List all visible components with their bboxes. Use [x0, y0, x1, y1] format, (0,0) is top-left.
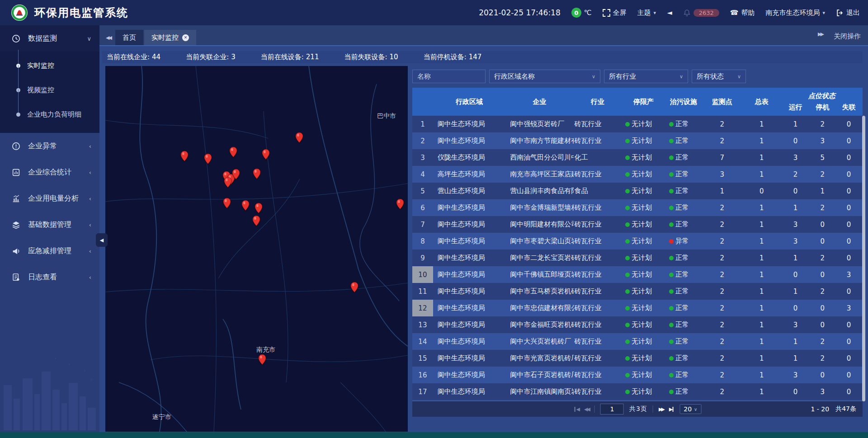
table-row[interactable]: 8阆中生态环境局阆中市枣碧大梁山页岩砖瓦行业无计划异常21300	[412, 233, 863, 250]
status-dot-icon	[625, 373, 630, 377]
map-pin-icon[interactable]	[229, 146, 237, 158]
status-dot-icon	[669, 155, 674, 160]
map-pin-icon[interactable]	[258, 354, 266, 365]
tab-realtime-monitor[interactable]: 实时监控 ✕	[144, 30, 196, 45]
map-pin-icon[interactable]	[241, 200, 250, 211]
table-row[interactable]: 1阆中生态环境局阆中强锐页岩砖厂砖瓦行业无计划正常21120	[412, 116, 863, 132]
region-filter-select[interactable]: 行政区域名称 ∨	[489, 70, 600, 83]
table-row[interactable]: 6阆中生态环境局阆中市金博瑞新型墙材砖瓦行业无计划正常21120	[412, 199, 863, 216]
help-button[interactable]: ☎ 帮助	[730, 9, 755, 17]
cell-company: 阆中千佛镇五郎垭页岩	[505, 266, 573, 283]
sidebar-item-data-monitor[interactable]: 数据监测∨	[0, 25, 99, 52]
name-filter-input[interactable]	[412, 70, 486, 83]
map-pin-icon[interactable]	[262, 149, 270, 160]
map-pin-icon[interactable]	[350, 282, 359, 293]
theme-dropdown[interactable]: 主题 ▾	[637, 9, 656, 17]
row-index: 13	[412, 316, 433, 333]
table-row[interactable]: 15阆中生态环境局阆中市光富页岩机砖厂砖瓦行业无计划正常21120	[412, 350, 863, 367]
row-index: 8	[412, 233, 433, 250]
topbar: 环保用电监管系统 2021-02-25 17:46:18 0 ℃ 全屏 主题 ▾…	[0, 0, 868, 25]
cell-industry: 砖瓦行业	[574, 333, 622, 350]
tabs-scroll-left-button[interactable]: ◀◀	[104, 35, 115, 45]
map-pin-icon[interactable]	[204, 153, 212, 165]
status-dot-icon	[625, 339, 630, 344]
status-dot-icon	[625, 139, 630, 143]
table-row[interactable]: 16阆中生态环境局阆中市石子页岩机砖厂砖瓦行业无计划正常21300	[412, 367, 863, 383]
bottom-strip	[0, 432, 868, 438]
map-pin-icon[interactable]	[295, 132, 303, 143]
row-index: 3	[412, 149, 433, 166]
table-scrollbar[interactable]	[862, 116, 865, 401]
cell-stop-plan: 无计划	[622, 183, 665, 199]
cell-district: 阆中生态环境局	[433, 233, 505, 250]
map-pin-icon[interactable]	[224, 177, 232, 188]
sidebar-item-enterprise-statistics[interactable]: 企业综合统计‹	[0, 159, 99, 185]
next-page-button[interactable]: ▶▶	[659, 406, 664, 412]
table-row[interactable]: 3仪陇生态环境局西南油气田分公司川中化工无计划正常71350	[412, 149, 863, 166]
sidebar-item-enterprise-abnormal[interactable]: 企业异常‹	[0, 133, 99, 159]
cell-facility: 正常	[665, 383, 702, 400]
map-pin-icon[interactable]	[223, 198, 231, 209]
sidebar-item-log-view[interactable]: 日志查看‹	[0, 264, 99, 290]
notifications-button[interactable]: 2632	[683, 9, 719, 17]
table-row[interactable]: 5营山生态环境局营山县润丰肉食品有限食品无计划正常10010	[412, 183, 863, 199]
close-operations-button[interactable]: 关闭操作	[834, 32, 861, 41]
org-dropdown[interactable]: 南充市生态环境局 ▾	[765, 9, 825, 17]
cell-monitor-points: 2	[702, 132, 742, 149]
volume-button[interactable]: ◄	[667, 9, 672, 17]
page-input[interactable]: 1	[600, 404, 624, 414]
table-row[interactable]: 17阆中生态环境局阆中市江南镇阆南页岩砖瓦行业无计划正常21030	[412, 383, 863, 400]
caret-down-icon: ▾	[822, 10, 825, 16]
stats-icon	[12, 168, 22, 177]
cell-total-meter: 1	[742, 266, 781, 283]
table-row[interactable]: 10阆中生态环境局阆中千佛镇五郎垭页岩砖瓦行业无计划正常21003	[412, 266, 863, 283]
status-dot-icon	[625, 256, 630, 260]
tab-home[interactable]: 首页	[115, 30, 143, 45]
fullscreen-button[interactable]: 全屏	[603, 9, 627, 17]
cell-stopped: 0	[810, 300, 835, 316]
map-pin-icon[interactable]	[180, 151, 189, 162]
tab-home-label: 首页	[123, 33, 136, 42]
cell-run: 3	[781, 233, 810, 250]
table-row[interactable]: 9阆中生态环境局阆中市二龙长宝页岩砖砖瓦行业无计划正常21120	[412, 250, 863, 266]
map-pin-icon[interactable]	[396, 198, 404, 210]
close-tab-icon[interactable]: ✕	[182, 34, 189, 41]
cell-lost: 0	[835, 233, 863, 250]
table-row[interactable]: 7阆中生态环境局阆中明阳建材有限公司砖瓦行业无计划正常21300	[412, 216, 863, 233]
table-row[interactable]: 4高坪生态环境局南充市高坪区王家店建砖瓦行业无计划正常31220	[412, 166, 863, 183]
table-row[interactable]: 13阆中生态环境局阆中市金福旺页岩机砖砖瓦行业无计划正常21300	[412, 316, 863, 333]
page-size-select[interactable]: 20 ∨	[679, 404, 701, 414]
cell-monitor-points: 2	[702, 367, 742, 383]
sidebar-item-video-monitor[interactable]: 视频监控	[0, 78, 99, 102]
first-page-button[interactable]: ◀	[574, 406, 579, 412]
last-page-button[interactable]: ▶	[669, 406, 674, 412]
logout-button[interactable]: 退出	[836, 9, 860, 17]
sidebar-item-power-load-detail[interactable]: 企业电力负荷明细	[0, 102, 99, 127]
chevron-collapsed-icon: ‹	[89, 143, 91, 150]
table-row[interactable]: 2阆中生态环境局阆中市南方节能建材有砖瓦行业无计划正常21030	[412, 132, 863, 149]
status-filter-select[interactable]: 所有状态 ∨	[692, 70, 746, 83]
table-row[interactable]: 14阆中生态环境局阆中大兴页岩机砖厂砖瓦行业无计划正常21120	[412, 333, 863, 350]
chevron-down-icon: ∨	[694, 407, 697, 412]
chevron-collapsed-icon: ‹	[89, 169, 91, 176]
sidebar-item-realtime-monitor[interactable]: 实时监控	[0, 53, 99, 78]
tabs-scroll-right-button[interactable]: ▶▶	[816, 31, 827, 42]
industry-filter-select[interactable]: 所有行业 ∨	[604, 70, 688, 83]
chevron-left-icon: ◀	[100, 237, 104, 243]
chevron-down-icon: ∨	[679, 74, 683, 80]
cell-lost: 0	[835, 333, 863, 350]
map-pin-icon[interactable]	[255, 203, 263, 214]
status-dot-icon	[625, 306, 630, 311]
sidebar-item-emergency-reduction[interactable]: 应急减排管理‹	[0, 238, 99, 264]
table-row[interactable]: 11阆中生态环境局阆中市五马桥页岩机砖砖瓦行业无计划正常21120	[412, 283, 863, 300]
sidebar-collapse-button[interactable]: ◀	[96, 233, 108, 247]
map-pin-icon[interactable]	[252, 215, 260, 226]
map-panel[interactable]: 巴中市南充市遂宁市	[105, 66, 408, 432]
table-row[interactable]: 12阆中生态环境局阆中市忠信建材有限公砖瓦行业无计划正常21003	[412, 300, 863, 316]
prev-page-button[interactable]: ◀◀	[584, 406, 589, 412]
sidebar-item-power-analysis[interactable]: 企业用电量分析‹	[0, 185, 99, 212]
cell-district: 阆中生态环境局	[433, 333, 505, 350]
sidebar-item-basic-data[interactable]: 基础数据管理‹	[0, 212, 99, 238]
map-pin-icon[interactable]	[232, 169, 240, 180]
map-pin-icon[interactable]	[253, 168, 261, 179]
